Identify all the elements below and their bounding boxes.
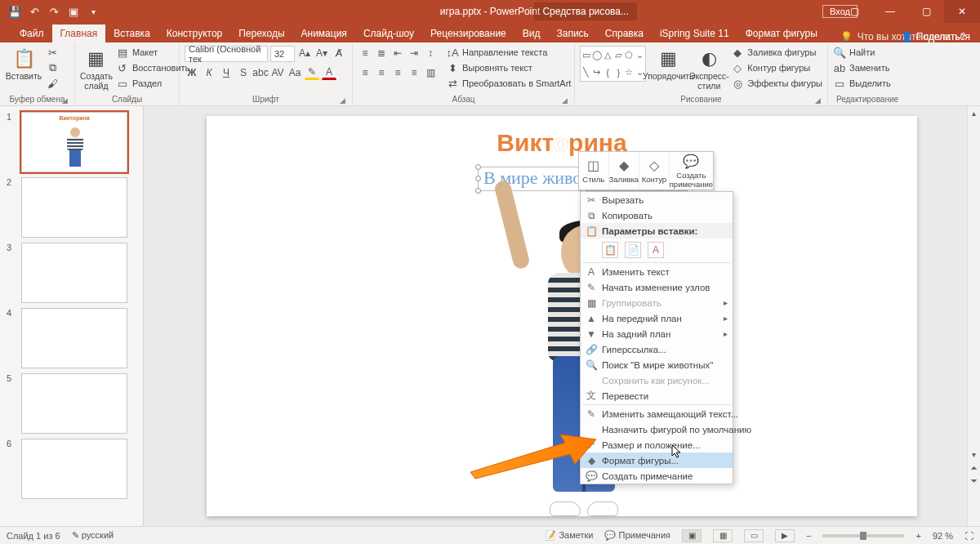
smartart-button[interactable]: ⇄Преобразовать в SmartArt bbox=[446, 77, 571, 90]
ctx-new-comment[interactable]: 💬Создать примечание bbox=[581, 468, 733, 484]
fit-to-window-icon[interactable]: ⛶ bbox=[964, 531, 973, 541]
tab-transitions[interactable]: Переходы bbox=[230, 25, 292, 42]
thumb-3[interactable]: 3 bbox=[0, 240, 143, 305]
ctx-cut[interactable]: ✂Вырезать bbox=[581, 192, 733, 207]
ctx-edit-text[interactable]: AИзменить текст bbox=[581, 264, 733, 279]
ctx-bring-front[interactable]: ▲На передний план bbox=[581, 310, 733, 326]
indent-inc-icon[interactable]: ⇥ bbox=[407, 46, 421, 60]
text-direction-button[interactable]: ↕AНаправление текста bbox=[446, 46, 571, 59]
share-button[interactable]: 👤Поделиться bbox=[901, 31, 970, 42]
ctx-alt-text[interactable]: ✎Изменить замещающий текст... bbox=[581, 406, 733, 421]
normal-view-icon[interactable]: ▣ bbox=[682, 529, 702, 542]
thumb-1[interactable]: 1Викторина bbox=[0, 109, 143, 175]
scroll-down-icon[interactable]: ▾ bbox=[968, 448, 980, 461]
align-left-icon[interactable]: ≡ bbox=[358, 65, 372, 80]
maximize-icon[interactable]: ▢ bbox=[908, 0, 944, 23]
sorter-view-icon[interactable]: ▦ bbox=[713, 529, 733, 542]
bullets-icon[interactable]: ≡ bbox=[358, 46, 372, 60]
redo-icon[interactable]: ↷ bbox=[47, 5, 60, 18]
quick-styles-button[interactable]: ◐Экспресс-стили bbox=[690, 46, 728, 92]
tab-format[interactable]: Формат фигуры bbox=[737, 25, 826, 42]
clear-format-icon[interactable]: A̸ bbox=[332, 46, 346, 60]
reading-view-icon[interactable]: ▭ bbox=[744, 529, 764, 542]
paste-keep-source-icon[interactable]: 📄 bbox=[625, 242, 641, 258]
new-slide-button[interactable]: ▦Создать слайд bbox=[80, 46, 113, 92]
shape-fill-button[interactable]: ◆Заливка фигуры bbox=[731, 46, 822, 59]
minimize-icon[interactable]: — bbox=[872, 0, 908, 23]
format-painter-icon[interactable]: 🖌 bbox=[46, 77, 59, 90]
ribbon-options-icon[interactable]: ▢ bbox=[836, 0, 872, 23]
font-color-icon[interactable]: A bbox=[322, 65, 336, 80]
case-icon[interactable]: Aa bbox=[287, 65, 302, 80]
slide-canvas[interactable]: Викторина В мире живо bbox=[207, 116, 917, 516]
prev-slide-icon[interactable]: ⏶ bbox=[968, 461, 980, 474]
mini-outline-button[interactable]: ◇Контур bbox=[639, 152, 670, 190]
slideshow-view-icon[interactable]: ▶ bbox=[775, 529, 795, 542]
copy-icon[interactable]: ⧉ bbox=[46, 61, 59, 74]
ctx-format-shape[interactable]: ◆Формат фигуры... bbox=[581, 453, 733, 468]
notes-button[interactable]: 📝 Заметки bbox=[545, 530, 593, 541]
launcher-icon[interactable]: ◢ bbox=[340, 96, 345, 105]
shapes-gallery[interactable]: ▭◯△▱⬠⌄ ╲↪{}☆⌄ bbox=[580, 46, 646, 82]
ctx-hyperlink[interactable]: 🔗Гиперссылка... bbox=[581, 341, 733, 357]
align-center-icon[interactable]: ≡ bbox=[374, 65, 389, 80]
tab-home[interactable]: Главная bbox=[52, 25, 106, 42]
section-button[interactable]: ▭Раздел bbox=[116, 77, 189, 90]
ctx-default-shape[interactable]: Назначить фигурой по умолчанию bbox=[581, 421, 733, 437]
tab-review[interactable]: Рецензирование bbox=[422, 25, 514, 42]
ctx-send-back[interactable]: ▼На задний план bbox=[581, 326, 733, 341]
zoom-out-icon[interactable]: − bbox=[806, 531, 811, 541]
arrange-button[interactable]: ▦Упорядочить bbox=[649, 46, 687, 83]
shadow-icon[interactable]: abc bbox=[253, 65, 268, 80]
launcher-icon[interactable]: ◢ bbox=[62, 96, 68, 105]
zoom-slider[interactable] bbox=[822, 534, 904, 537]
mini-fill-button[interactable]: ◆Заливка bbox=[609, 152, 640, 190]
font-size-select[interactable]: 32 bbox=[270, 46, 295, 62]
language-indicator[interactable]: ✎ русский bbox=[72, 530, 114, 541]
thumb-5[interactable]: 5 bbox=[0, 371, 143, 436]
paste-button[interactable]: 📋Вставить bbox=[5, 46, 42, 83]
ctx-copy[interactable]: ⧉Копировать bbox=[581, 207, 733, 223]
align-right-icon[interactable]: ≡ bbox=[390, 65, 405, 80]
scroll-up-icon[interactable]: ▴ bbox=[968, 106, 980, 119]
shrink-font-icon[interactable]: A▾ bbox=[314, 46, 329, 60]
vertical-scrollbar[interactable]: ▴ ▾ ⏶ ⏷ bbox=[967, 106, 980, 526]
comments-button[interactable]: 💬 Примечания bbox=[604, 530, 670, 541]
find-button[interactable]: 🔍Найти bbox=[833, 46, 891, 59]
strike-icon[interactable]: S bbox=[236, 65, 251, 80]
cut-icon[interactable]: ✂ bbox=[46, 46, 59, 59]
launcher-icon[interactable]: ◢ bbox=[815, 96, 821, 105]
shape-outline-button[interactable]: ◇Контур фигуры bbox=[731, 61, 822, 74]
select-button[interactable]: ▭Выделить bbox=[833, 77, 891, 90]
tab-slideshow[interactable]: Слайд-шоу bbox=[355, 25, 422, 42]
layout-button[interactable]: ▤Макет bbox=[116, 46, 189, 59]
ctx-translate[interactable]: 文Перевести bbox=[581, 388, 733, 404]
paste-dest-theme-icon[interactable]: 📋 bbox=[602, 242, 618, 258]
zoom-value[interactable]: 92 % bbox=[933, 531, 953, 541]
font-name-select[interactable]: Calibri (Основной тек bbox=[185, 46, 268, 62]
italic-icon[interactable]: К bbox=[202, 65, 216, 80]
qat-more-icon[interactable]: ▾ bbox=[87, 5, 100, 18]
paste-text-icon[interactable]: A bbox=[648, 242, 664, 258]
thumb-6[interactable]: 6 bbox=[0, 436, 143, 502]
tab-ispring[interactable]: iSpring Suite 11 bbox=[652, 25, 737, 42]
ctx-size-position[interactable]: ⤢Размер и положение... bbox=[581, 437, 733, 453]
spacing-icon[interactable]: AV bbox=[270, 65, 285, 80]
indent-dec-icon[interactable]: ⇤ bbox=[390, 46, 405, 60]
save-icon[interactable]: 💾 bbox=[8, 5, 21, 18]
justify-icon[interactable]: ≡ bbox=[407, 65, 421, 80]
launcher-icon[interactable]: ◢ bbox=[562, 96, 568, 105]
zoom-in-icon[interactable]: + bbox=[915, 531, 920, 541]
tab-file[interactable]: Файл bbox=[11, 25, 52, 42]
undo-icon[interactable]: ↶ bbox=[28, 5, 41, 18]
align-text-button[interactable]: ⬍Выровнять текст bbox=[446, 61, 571, 74]
start-slideshow-icon[interactable]: ▣ bbox=[67, 5, 80, 18]
mini-comment-button[interactable]: 💬Создать примечание bbox=[670, 152, 713, 190]
ctx-smart-lookup[interactable]: 🔍Поиск "В мире животных" bbox=[581, 357, 733, 372]
tab-help[interactable]: Справка bbox=[597, 25, 652, 42]
underline-icon[interactable]: Ч bbox=[219, 65, 234, 80]
thumb-4[interactable]: 4 bbox=[0, 305, 143, 371]
replace-button[interactable]: abЗаменить bbox=[833, 61, 891, 74]
ctx-edit-points[interactable]: ✎Начать изменение узлов bbox=[581, 279, 733, 295]
tab-insert[interactable]: Вставка bbox=[105, 25, 158, 42]
